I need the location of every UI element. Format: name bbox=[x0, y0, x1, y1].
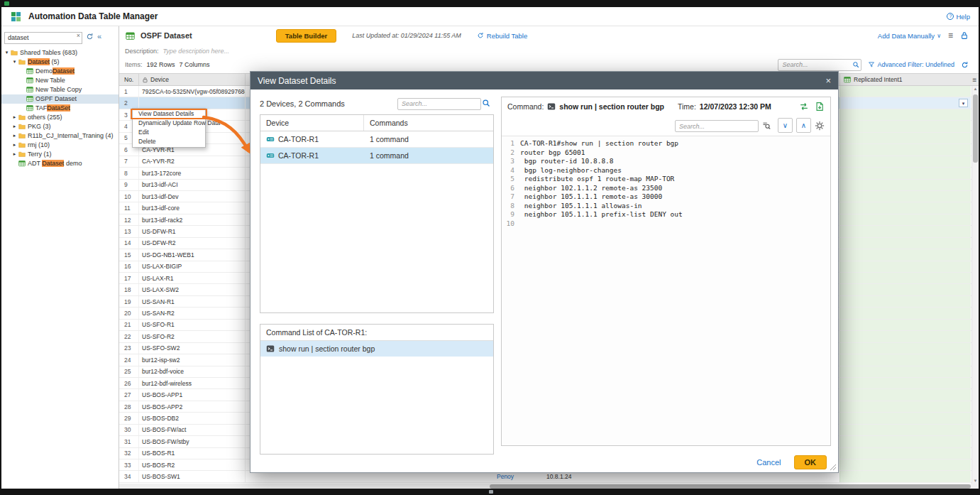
cell-no: 22 bbox=[119, 331, 139, 342]
device-name: CA-TOR-R1 bbox=[278, 135, 319, 143]
table-search-input[interactable] bbox=[778, 59, 861, 71]
caret-collapsed-icon[interactable]: ▸ bbox=[11, 133, 18, 138]
sidebar-refresh-icon[interactable] bbox=[86, 33, 94, 40]
cell-device: US-DG-NB1-WEB1 bbox=[139, 249, 246, 260]
column-header-replicated-intent[interactable]: Replicated Intent1 bbox=[839, 74, 971, 85]
cell-device: US-LAX-SW2 bbox=[139, 284, 246, 295]
tree-item[interactable]: New Table Copy bbox=[1, 85, 119, 94]
search-icon[interactable] bbox=[852, 61, 859, 68]
tree-item[interactable]: OSPF Dataset bbox=[1, 94, 119, 104]
find-next-icon[interactable]: ∨ bbox=[778, 118, 793, 133]
app-title: Automation Data Table Manager bbox=[28, 11, 158, 21]
tree-item[interactable]: ▸Terry (1) bbox=[1, 150, 119, 159]
caret-collapsed-icon[interactable]: ▸ bbox=[11, 124, 18, 129]
commands-column-header[interactable]: Commands bbox=[364, 119, 408, 127]
add-data-manually-link[interactable]: Add Data Manually ∨ bbox=[878, 32, 941, 40]
code-line: 5 redistribute ospf 1 route-map MAP-TOR bbox=[502, 175, 830, 184]
vertical-scrollbar[interactable]: ▲ ▼ bbox=[971, 86, 979, 484]
device-search-input[interactable] bbox=[397, 98, 481, 110]
tree-item-label: rmj (10) bbox=[28, 141, 50, 148]
advanced-filter-link[interactable]: Advanced Filter: Undefined bbox=[868, 61, 954, 68]
device-column-header[interactable]: Device bbox=[260, 115, 364, 131]
sidebar-collapse-icon[interactable]: « bbox=[97, 33, 101, 40]
close-icon[interactable]: × bbox=[825, 75, 831, 86]
tree-item[interactable]: ▾Dataset (5) bbox=[1, 58, 119, 67]
line-number: 7 bbox=[502, 192, 520, 202]
menu-item-edit[interactable]: Edit bbox=[133, 128, 205, 137]
view-dataset-details-modal: View Dataset Details × 2 Devices, 2 Comm… bbox=[250, 71, 839, 473]
tree-item[interactable]: New Table bbox=[1, 76, 119, 85]
output-toolbar: ∨ ∧ bbox=[502, 115, 830, 136]
table-icon bbox=[26, 104, 33, 111]
cell-device: US-BOS-APP2 bbox=[139, 401, 246, 412]
modal-header[interactable]: View Dataset Details × bbox=[250, 72, 838, 89]
export-icon[interactable] bbox=[815, 102, 825, 111]
cell-replicated-intent bbox=[839, 343, 971, 354]
menu-item-dynamically-update-row-data[interactable]: Dynamically Update Row Data bbox=[133, 119, 205, 128]
tree-item[interactable]: ▾Shared Tables (683) bbox=[1, 48, 119, 58]
output-search-input[interactable] bbox=[675, 120, 759, 132]
search-icon[interactable] bbox=[482, 99, 490, 107]
cell-replicated-intent bbox=[839, 308, 971, 318]
help-link[interactable]: ? Help bbox=[947, 13, 970, 21]
tree-item[interactable]: ▸rmj (10) bbox=[1, 141, 119, 150]
description-placeholder[interactable]: Type description here... bbox=[163, 48, 229, 55]
column-header-device[interactable]: Device bbox=[139, 74, 246, 85]
tree-item[interactable]: TAFDataSet bbox=[1, 104, 119, 113]
tree-item[interactable]: ADT Dataset demo bbox=[1, 159, 119, 168]
sidebar-search-input[interactable] bbox=[4, 32, 82, 44]
command-list-item[interactable]: show run | section router bgp bbox=[260, 341, 493, 357]
column-header-no[interactable]: No. bbox=[119, 74, 139, 85]
cell-device: US-LAX-R1 bbox=[139, 273, 246, 283]
folder-icon bbox=[18, 58, 26, 65]
device-row[interactable]: CA-TOR-R11 command bbox=[260, 131, 493, 148]
menu-item-delete[interactable]: Delete bbox=[133, 137, 205, 146]
refresh-table-icon[interactable] bbox=[961, 61, 969, 69]
search-in-document-icon[interactable] bbox=[762, 121, 771, 130]
cell-replicated-intent bbox=[839, 180, 971, 190]
cell-replicated-intent bbox=[839, 109, 971, 120]
command-output-code[interactable]: 1CA-TOR-R1#show run | section router bgp… bbox=[502, 136, 830, 445]
tree-item[interactable]: ▸R11b_CJ_Internal_Traning (4) bbox=[1, 131, 119, 141]
caret-expanded-icon[interactable]: ▾ bbox=[4, 50, 10, 55]
cell-no: 8 bbox=[119, 168, 139, 178]
command-text: show run | section router bgp bbox=[559, 102, 664, 111]
column-settings-icon[interactable]: ≡ bbox=[971, 76, 979, 84]
clear-search-icon[interactable]: × bbox=[77, 31, 80, 40]
menu-item-view-dataset-details[interactable]: View Dataset Details bbox=[133, 109, 205, 119]
gear-icon[interactable] bbox=[815, 121, 825, 131]
table-builder-button[interactable]: Table Builder bbox=[276, 29, 336, 43]
tree-item-label: others (255) bbox=[28, 114, 62, 121]
scroll-up-icon[interactable]: ▲ bbox=[972, 87, 979, 91]
line-number: 1 bbox=[502, 139, 520, 148]
rebuild-table-label: Rebuild Table bbox=[487, 32, 527, 40]
vertical-scroll-thumb[interactable] bbox=[973, 94, 978, 163]
replicated-column-label: Replicated Intent1 bbox=[854, 76, 903, 83]
caret-expanded-icon[interactable]: ▾ bbox=[11, 59, 18, 65]
device-row[interactable]: CA-TOR-R11 command bbox=[260, 148, 493, 164]
cell-device: bur13-idf-ACI bbox=[139, 180, 246, 190]
tree-item[interactable]: ▸PKG (3) bbox=[1, 122, 119, 131]
cell-device: bur12-bdf-voice bbox=[139, 366, 246, 377]
line-number: 8 bbox=[502, 202, 520, 211]
lock-icon[interactable] bbox=[960, 31, 969, 40]
rebuild-table-link[interactable]: Rebuild Table bbox=[477, 32, 527, 40]
table-menu-icon[interactable]: ≡ bbox=[948, 31, 953, 40]
cancel-button[interactable]: Cancel bbox=[756, 458, 781, 467]
caret-collapsed-icon[interactable]: ▸ bbox=[11, 114, 18, 120]
compare-icon[interactable] bbox=[799, 102, 809, 111]
ok-button[interactable]: OK bbox=[794, 455, 827, 469]
caret-collapsed-icon[interactable]: ▸ bbox=[11, 151, 18, 157]
tree-item[interactable]: DemoDataset bbox=[1, 67, 119, 76]
resize-grip[interactable] bbox=[830, 464, 837, 471]
cell-no: 9 bbox=[119, 180, 139, 190]
find-previous-icon[interactable]: ∧ bbox=[796, 118, 811, 133]
cell-no: 20 bbox=[119, 308, 139, 318]
folder-icon bbox=[18, 123, 26, 130]
code-line: 4 bgp log-neighbor-changes bbox=[502, 166, 830, 175]
tree-item[interactable]: ▸others (255) bbox=[1, 113, 119, 122]
dropdown-caret-icon[interactable]: ▾ bbox=[959, 99, 968, 107]
scroll-down-icon[interactable]: ▼ bbox=[972, 479, 979, 483]
caret-collapsed-icon[interactable]: ▸ bbox=[11, 142, 18, 148]
cell-no: 18 bbox=[119, 284, 139, 295]
